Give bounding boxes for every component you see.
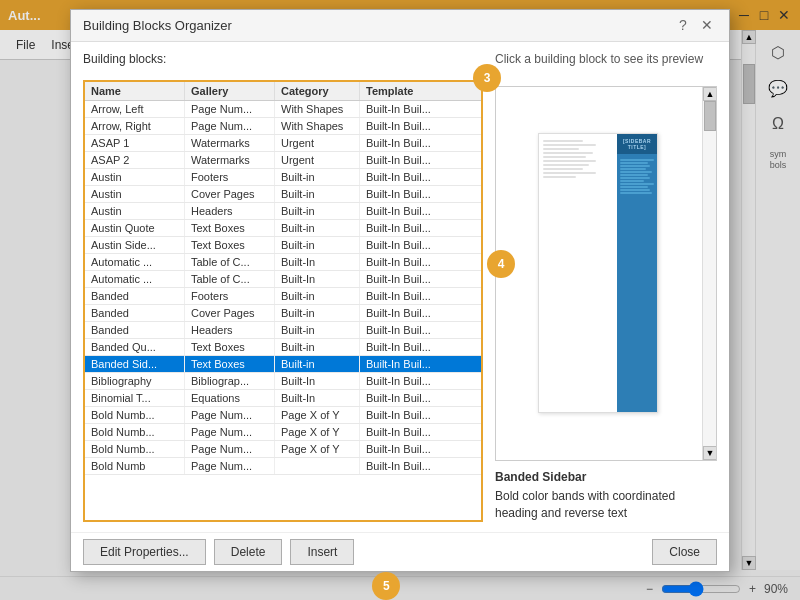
edit-properties-button[interactable]: Edit Properties... — [83, 539, 206, 565]
preview-scroll-thumb[interactable] — [704, 101, 716, 131]
cell-category: With Shapes — [275, 101, 360, 117]
building-blocks-label: Building blocks: — [83, 52, 483, 66]
table-row[interactable]: BandedFootersBuilt-inBuilt-In Buil... — [85, 288, 481, 305]
dialog-titlebar: Building Blocks Organizer ? ✕ — [71, 10, 729, 42]
table-row[interactable]: Automatic ...Table of C...Built-InBuilt-… — [85, 254, 481, 271]
cell-template: Built-In Buil... — [360, 254, 481, 270]
cell-name: Banded — [85, 322, 185, 338]
preview-content: [SIDEBAR TITLE] — [496, 87, 700, 461]
cell-category: Built-in — [275, 169, 360, 185]
cell-name: Automatic ... — [85, 254, 185, 270]
table-row[interactable]: Arrow, RightPage Num...With ShapesBuilt-… — [85, 118, 481, 135]
cell-template: Built-In Buil... — [360, 339, 481, 355]
cell-category — [275, 458, 360, 474]
cell-name: Bold Numb — [85, 458, 185, 474]
table-row[interactable]: Arrow, LeftPage Num...With ShapesBuilt-I… — [85, 101, 481, 118]
cell-name: Automatic ... — [85, 271, 185, 287]
table-row[interactable]: BibliographyBibliograp...Built-InBuilt-I… — [85, 373, 481, 390]
cell-gallery: Bibliograp... — [185, 373, 275, 389]
table-row[interactable]: BandedCover PagesBuilt-inBuilt-In Buil..… — [85, 305, 481, 322]
cell-gallery: Page Num... — [185, 424, 275, 440]
cell-gallery: Headers — [185, 322, 275, 338]
cell-gallery: Page Num... — [185, 101, 275, 117]
cell-name: Austin Quote — [85, 220, 185, 236]
cell-template: Built-In Buil... — [360, 373, 481, 389]
cell-category: Built-in — [275, 322, 360, 338]
cell-name: Banded Qu... — [85, 339, 185, 355]
cell-name: Banded — [85, 288, 185, 304]
table-row[interactable]: AustinHeadersBuilt-inBuilt-In Buil... — [85, 203, 481, 220]
cell-template: Built-In Buil... — [360, 458, 481, 474]
table-body[interactable]: Arrow, LeftPage Num...With ShapesBuilt-I… — [85, 101, 481, 515]
cell-name: Austin — [85, 186, 185, 202]
cell-name: ASAP 2 — [85, 152, 185, 168]
cell-name: Austin Side... — [85, 237, 185, 253]
delete-button[interactable]: Delete — [214, 539, 283, 565]
preview-doc: [SIDEBAR TITLE] — [538, 133, 658, 413]
table-row[interactable]: Bold Numb...Page Num...Page X of YBuilt-… — [85, 424, 481, 441]
table-row[interactable]: Austin QuoteText BoxesBuilt-inBuilt-In B… — [85, 220, 481, 237]
desc-title: Banded Sidebar — [495, 469, 717, 486]
preview-sidebar-text — [617, 154, 657, 199]
table-row[interactable]: Bold NumbPage Num...Built-In Buil... — [85, 458, 481, 475]
left-panel: Building blocks: 3 Name Gallery Category… — [83, 52, 483, 522]
cell-template: Built-In Buil... — [360, 407, 481, 423]
cell-gallery: Text Boxes — [185, 220, 275, 236]
preview-scroll-up[interactable]: ▲ — [703, 87, 717, 101]
table-row[interactable]: BandedHeadersBuilt-inBuilt-In Buil... — [85, 322, 481, 339]
cell-name: Banded — [85, 305, 185, 321]
cell-template: Built-In Buil... — [360, 271, 481, 287]
table-row[interactable]: Automatic ...Table of C...Built-InBuilt-… — [85, 271, 481, 288]
cell-template: Built-In Buil... — [360, 152, 481, 168]
cell-category: With Shapes — [275, 118, 360, 134]
cell-gallery: Page Num... — [185, 458, 275, 474]
cell-gallery: Cover Pages — [185, 186, 275, 202]
cell-name: Bold Numb... — [85, 424, 185, 440]
preview-scroll-down[interactable]: ▼ — [703, 446, 717, 460]
table-row[interactable]: AustinCover PagesBuilt-inBuilt-In Buil..… — [85, 186, 481, 203]
table-row[interactable]: Bold Numb...Page Num...Page X of YBuilt-… — [85, 407, 481, 424]
badge-3: 3 — [473, 64, 501, 92]
col-template: Template — [360, 82, 481, 100]
preview-main — [539, 134, 613, 412]
table-row[interactable]: Banded Sid...Text BoxesBuilt-inBuilt-In … — [85, 356, 481, 373]
cell-template: Built-In Buil... — [360, 101, 481, 117]
cell-name: Binomial T... — [85, 390, 185, 406]
cell-gallery: Text Boxes — [185, 237, 275, 253]
table-row[interactable]: Bold Numb...Page Num...Page X of YBuilt-… — [85, 441, 481, 458]
right-panel: Click a building block to see its previe… — [495, 52, 717, 522]
preview-sidebar: [SIDEBAR TITLE] — [617, 134, 657, 412]
table-row[interactable]: AustinFootersBuilt-inBuilt-In Buil... — [85, 169, 481, 186]
cell-category: Page X of Y — [275, 441, 360, 457]
dialog-close-button[interactable]: ✕ — [697, 15, 717, 35]
cell-category: Urgent — [275, 152, 360, 168]
preview-sidebar-header: [SIDEBAR TITLE] — [617, 134, 657, 154]
cell-name: Banded Sid... — [85, 356, 185, 372]
cell-template: Built-In Buil... — [360, 288, 481, 304]
cell-template: Built-In Buil... — [360, 356, 481, 372]
cell-category: Built-in — [275, 186, 360, 202]
table-row[interactable]: ASAP 2WatermarksUrgentBuilt-In Buil... — [85, 152, 481, 169]
table-row[interactable]: ASAP 1WatermarksUrgentBuilt-In Buil... — [85, 135, 481, 152]
table-row[interactable]: Austin Side...Text BoxesBuilt-inBuilt-In… — [85, 237, 481, 254]
close-button[interactable]: Close — [652, 539, 717, 565]
cell-gallery: Footers — [185, 288, 275, 304]
badge-4: 4 — [487, 250, 515, 278]
insert-button[interactable]: Insert — [290, 539, 354, 565]
dialog-help-button[interactable]: ? — [673, 15, 693, 35]
cell-template: Built-In Buil... — [360, 186, 481, 202]
cell-template: Built-In Buil... — [360, 220, 481, 236]
cell-template: Built-In Buil... — [360, 322, 481, 338]
table-row[interactable]: Banded Qu...Text BoxesBuilt-inBuilt-In B… — [85, 339, 481, 356]
cell-category: Built-In — [275, 390, 360, 406]
badge-5: 5 — [372, 572, 400, 600]
cell-gallery: Watermarks — [185, 152, 275, 168]
col-category: Category — [275, 82, 360, 100]
cell-gallery: Headers — [185, 203, 275, 219]
table-row[interactable]: Binomial T...EquationsBuilt-InBuilt-In B… — [85, 390, 481, 407]
cell-category: Page X of Y — [275, 424, 360, 440]
cell-category: Built-in — [275, 220, 360, 236]
cell-template: Built-In Buil... — [360, 118, 481, 134]
cell-category: Built-in — [275, 339, 360, 355]
cell-gallery: Page Num... — [185, 441, 275, 457]
